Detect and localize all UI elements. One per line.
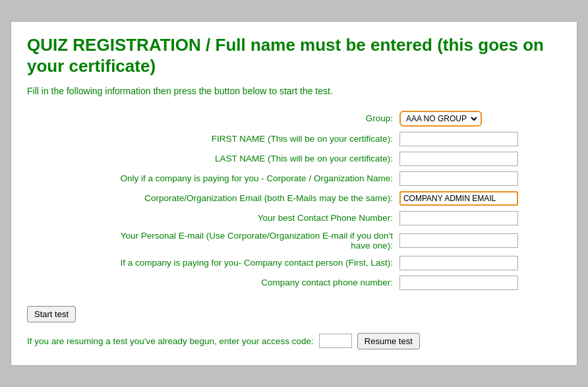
first-name-row: FIRST NAME (This will be on your certifi… [27,129,561,149]
group-label: Group: [27,108,397,129]
org-name-label: Only if a company is paying for you - Co… [27,169,397,189]
resume-test-button[interactable]: Resume test [357,333,420,349]
corp-email-input[interactable] [399,191,518,206]
personal-email-row: Your Personal E-mail (Use Corporate/Orga… [27,228,561,253]
group-select[interactable]: AAA NO GROUP GROUP A GROUP B NO GROUP [402,113,479,125]
resume-text: If you are resuming a test you've alread… [27,336,314,346]
last-name-input[interactable] [399,152,518,166]
company-phone-row: Company contact phone number: [27,273,561,293]
company-phone-label: Company contact phone number: [27,273,397,293]
company-contact-label: If a company is paying for you- Company … [27,253,397,273]
contact-phone-label: Your best Contact Phone Number: [27,208,397,228]
corp-email-label: Corporate/Organization Email (both E-Mai… [27,189,397,208]
last-name-row: LAST NAME (This will be on your certific… [27,149,561,169]
contact-phone-input[interactable] [399,211,518,225]
company-phone-input[interactable] [399,276,518,290]
personal-email-label: Your Personal E-mail (Use Corporate/Orga… [27,228,397,253]
contact-phone-row: Your best Contact Phone Number: [27,208,561,228]
subtitle: Fill in the following information then p… [27,86,561,96]
company-contact-row: If a company is paying for you- Company … [27,253,561,273]
page-title: QUIZ REGISTRATION / Full name must be en… [27,35,561,76]
main-container: QUIZ REGISTRATION / Full name must be en… [11,21,577,365]
last-name-label: LAST NAME (This will be on your certific… [27,149,397,169]
first-name-input[interactable] [399,132,518,146]
registration-form: Group: AAA NO GROUP GROUP A GROUP B NO G… [27,108,561,293]
personal-email-input[interactable] [399,233,518,248]
access-code-input[interactable] [319,334,352,348]
start-test-button[interactable]: Start test [27,306,76,322]
group-select-wrapper: AAA NO GROUP GROUP A GROUP B NO GROUP [399,111,482,127]
group-input-cell: AAA NO GROUP GROUP A GROUP B NO GROUP [397,108,561,129]
resume-row: If you are resuming a test you've alread… [27,333,561,349]
company-contact-input[interactable] [399,256,518,270]
org-name-row: Only if a company is paying for you - Co… [27,169,561,189]
org-name-input[interactable] [399,171,518,186]
group-row: Group: AAA NO GROUP GROUP A GROUP B NO G… [27,108,561,129]
corp-email-row: Corporate/Organization Email (both E-Mai… [27,189,561,208]
first-name-label: FIRST NAME (This will be on your certifi… [27,129,397,149]
